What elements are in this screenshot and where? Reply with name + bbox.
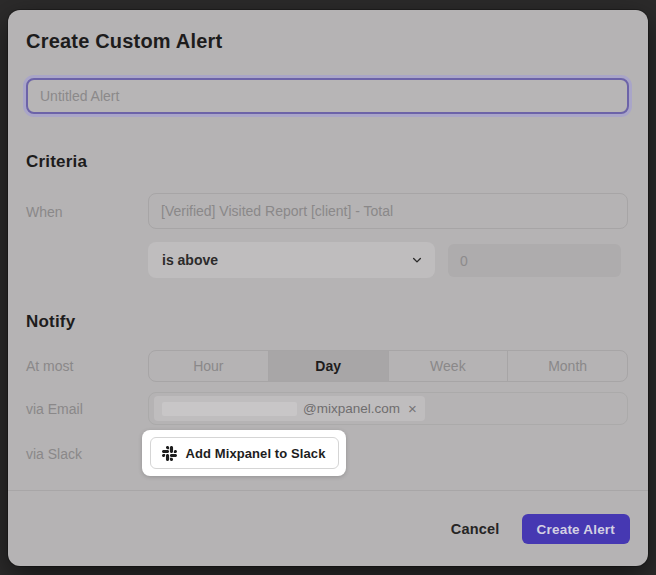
email-chip: @mixpanel.com × (154, 396, 425, 421)
when-metric-input[interactable] (148, 193, 628, 229)
slack-icon (162, 446, 177, 461)
create-custom-alert-dialog: Create Custom Alert Criteria When is abo… (8, 10, 648, 566)
frequency-segmented-control: Hour Day Week Month (148, 350, 628, 382)
notify-heading: Notify (26, 312, 75, 332)
threshold-input[interactable] (448, 244, 621, 277)
frequency-option-hour[interactable]: Hour (149, 351, 269, 381)
via-email-label: via Email (26, 401, 83, 417)
chevron-down-icon (411, 254, 423, 266)
when-label: When (26, 204, 63, 220)
footer-divider (8, 490, 648, 491)
slack-button-label: Add Mixpanel to Slack (185, 446, 325, 461)
add-mixpanel-to-slack-button[interactable]: Add Mixpanel to Slack (150, 437, 339, 469)
condition-select-value: is above (162, 252, 218, 268)
create-alert-button[interactable]: Create Alert (522, 514, 630, 544)
remove-email-icon[interactable]: × (406, 401, 417, 416)
cancel-button[interactable]: Cancel (451, 521, 500, 537)
slack-spotlight-highlight: Add Mixpanel to Slack (142, 430, 346, 476)
email-chip-domain: @mixpanel.com (303, 401, 400, 416)
frequency-option-month[interactable]: Month (508, 351, 627, 381)
dialog-title: Create Custom Alert (26, 30, 222, 53)
condition-select[interactable]: is above (148, 242, 435, 278)
dialog-footer: Cancel Create Alert (8, 514, 630, 544)
frequency-option-day[interactable]: Day (269, 351, 389, 381)
alert-name-input[interactable] (26, 78, 629, 114)
email-recipients-field[interactable]: @mixpanel.com × (148, 392, 628, 425)
frequency-option-week[interactable]: Week (389, 351, 509, 381)
at-most-label: At most (26, 358, 73, 374)
criteria-heading: Criteria (26, 152, 87, 172)
redacted-email-username (162, 402, 297, 416)
via-slack-label: via Slack (26, 446, 82, 462)
